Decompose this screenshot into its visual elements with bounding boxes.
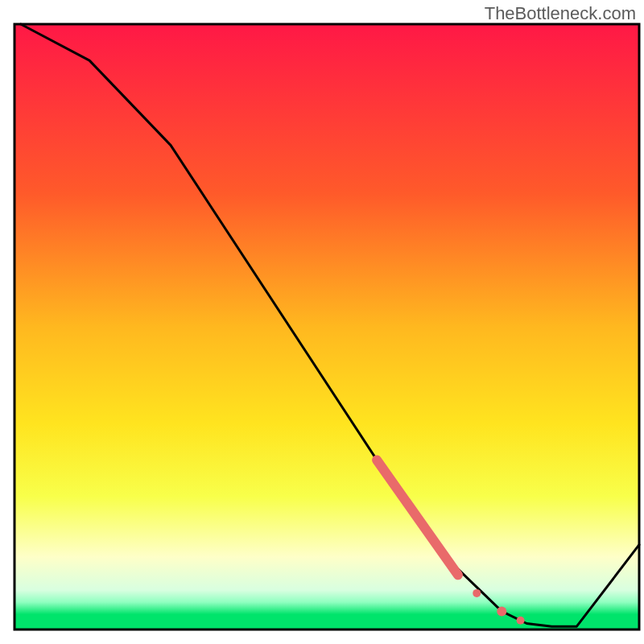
watermark-text: TheBottleneck.com	[485, 3, 636, 24]
marker-dot-0	[473, 589, 481, 597]
chart-svg	[0, 0, 644, 644]
chart-container: TheBottleneck.com	[0, 0, 644, 644]
marker-dot-1	[497, 606, 506, 616]
marker-dot-2	[517, 617, 525, 625]
chart-background	[14, 24, 639, 630]
